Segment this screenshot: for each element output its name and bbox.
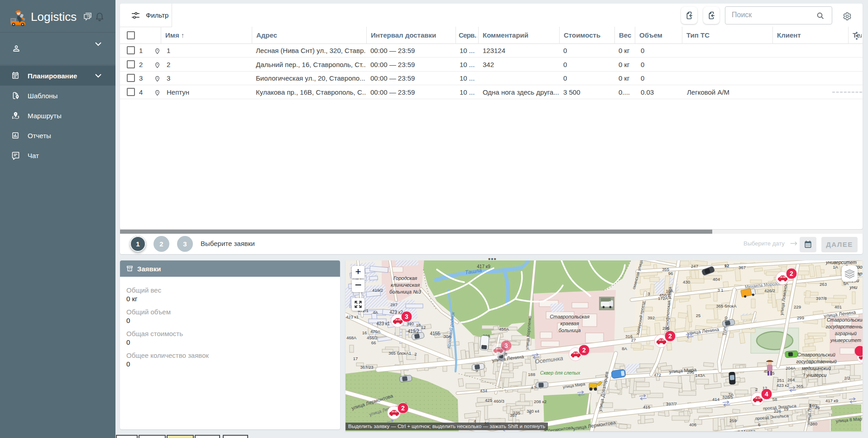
svg-text:уни: уни [849,284,858,290]
svg-text:456А: 456А [499,327,509,332]
svg-text:12: 12 [724,263,729,268]
svg-text:460/3: 460/3 [494,399,504,404]
svg-text:472: 472 [654,372,661,377]
svg-text:7: 7 [803,372,805,377]
svg-text:12: 12 [421,325,426,330]
svg-text:аграрный: аграрный [835,331,857,336]
svg-text:Городская: Городская [393,275,417,281]
svg-text:25: 25 [815,405,820,410]
svg-text:3 1: 3 1 [717,288,723,293]
svg-text:357: 357 [510,413,517,418]
svg-text:295: 295 [662,326,670,331]
svg-text:367: 367 [739,265,746,270]
svg-text:397/8: 397/8 [816,296,827,301]
svg-text:285: 285 [687,370,694,375]
svg-text:университет: университет [825,260,857,265]
svg-text:320 к4: 320 к4 [527,409,539,414]
svg-text:204А: 204А [786,366,796,371]
svg-text:2: 2 [582,347,586,354]
svg-text:4А: 4А [373,310,378,315]
svg-text:краевая: краевая [560,321,579,326]
svg-text:247: 247 [691,264,698,269]
svg-text:456/2: 456/2 [367,335,378,340]
svg-text:4: 4 [765,390,768,398]
svg-text:Ставропольская: Ставропольская [550,314,590,319]
svg-text:425: 425 [485,398,492,403]
svg-text:406: 406 [689,422,696,427]
svg-text:Сквер для слепых: Сквер для слепых [540,370,580,375]
svg-text:25: 25 [696,313,701,318]
svg-text:государственный: государственный [796,359,837,364]
svg-text:Ставропольский: Ставропольский [797,352,835,357]
svg-text:468А: 468А [346,335,357,340]
svg-text:456/1: 456/1 [659,293,670,298]
svg-text:401: 401 [834,304,842,309]
svg-text:Ставропольский: Ставропольский [827,317,863,322]
svg-text:2: 2 [401,404,405,412]
svg-text:2: 2 [790,270,793,277]
svg-text:423 к1: 423 к1 [376,321,390,326]
svg-text:380: 380 [810,421,817,426]
svg-text:417 к9: 417 к9 [825,398,838,403]
svg-text:355: 355 [662,267,669,272]
svg-text:365: 365 [796,384,803,389]
svg-text:367/23: 367/23 [360,365,373,370]
svg-text:3: 3 [405,313,408,320]
svg-text:2: 2 [414,351,417,356]
svg-text:470А: 470А [370,329,381,334]
svg-text:медицинский: медицинский [802,366,831,371]
svg-text:7А: 7А [728,392,734,397]
svg-text:188: 188 [528,372,535,377]
svg-text:больница №3: больница №3 [389,289,422,294]
svg-text:287: 287 [390,302,398,307]
svg-text:2/2: 2/2 [844,375,850,380]
svg-text:404: 404 [713,277,720,282]
svg-text:университет: университет [830,337,861,343]
svg-text:18: 18 [416,322,421,327]
svg-text:6: 6 [758,422,760,427]
svg-text:419/2: 419/2 [372,288,383,293]
svg-text:208 к2: 208 к2 [534,399,547,404]
svg-text:434: 434 [480,388,487,393]
svg-text:государственный: государственный [826,324,863,329]
svg-text:229: 229 [794,304,801,309]
svg-text:5: 5 [529,410,531,415]
svg-text:426/2: 426/2 [764,288,775,293]
svg-text:3: 3 [647,291,650,296]
svg-text:415: 415 [643,404,650,409]
svg-text:66: 66 [371,340,376,345]
svg-text:?: ? [87,14,89,19]
svg-text:251: 251 [777,378,784,383]
svg-text:414: 414 [712,397,719,402]
svg-text:299: 299 [797,315,804,320]
svg-text:415Б: 415Б [430,331,441,336]
svg-text:19: 19 [784,406,789,411]
svg-text:143А: 143А [695,373,705,378]
svg-text:2: 2 [668,332,672,340]
svg-text:417 к9: 417 к9 [477,264,490,269]
svg-text:423 к1: 423 к1 [346,314,359,319]
svg-text:365 блокА1: 365 блокА1 [388,351,411,356]
svg-text:универси: универси [806,372,827,378]
svg-text:58: 58 [772,397,777,402]
svg-text:16: 16 [362,330,367,335]
svg-text:2: 2 [755,387,758,392]
svg-text:30А: 30А [444,334,452,339]
svg-text:226: 226 [774,409,781,414]
svg-text:423 к2: 423 к2 [777,383,789,388]
svg-text:392: 392 [647,315,655,320]
svg-text:264: 264 [787,377,795,382]
svg-text:430: 430 [683,279,690,284]
svg-text:263: 263 [820,282,827,287]
svg-text:365 блокА: 365 блокА [716,303,737,308]
svg-text:17: 17 [353,356,358,361]
svg-text:8А: 8А [622,346,627,351]
svg-text:больница: больница [559,327,581,333]
svg-text:3: 3 [504,342,508,349]
svg-text:259: 259 [729,418,737,423]
svg-text:397/7: 397/7 [666,401,677,406]
svg-text:27: 27 [631,337,636,342]
svg-text:клиническая: клиническая [391,282,420,288]
svg-text:1А: 1А [833,265,838,270]
svg-text:5: 5 [772,371,774,375]
